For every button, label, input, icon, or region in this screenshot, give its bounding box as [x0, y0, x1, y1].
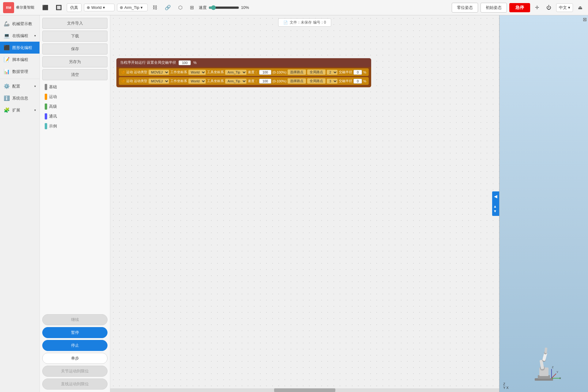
work-coord-select-2[interactable]: World	[188, 79, 206, 84]
visual-icon: ⬛	[4, 45, 10, 51]
init-pose-button[interactable]: 初始姿态	[481, 3, 507, 13]
line-limit-button[interactable]: 直线运动到限位	[42, 379, 107, 390]
cat-label-motion: 运动	[49, 94, 57, 100]
zero-pose-button[interactable]: 零位姿态	[452, 3, 478, 13]
svg-text:Z: Z	[552, 366, 554, 369]
block-header: 当程序开始运行 设置全局交融半径 %	[116, 58, 371, 67]
sidebar-label-data: 数据管理	[12, 69, 28, 74]
canvas-scrollbar[interactable]	[110, 388, 499, 392]
world-coord-arrow: ▾	[103, 5, 105, 10]
arm-tip-label: Arm_Tip	[124, 5, 139, 10]
world-coord-dropdown[interactable]: ⊕ World ▾	[84, 4, 115, 11]
scrollbar-thumb[interactable]	[274, 388, 335, 392]
robot-svg: X Z Y	[526, 331, 562, 386]
arm-tip-dropdown[interactable]: ⊛ Arm_Tip ▾	[117, 4, 148, 11]
logout-icon[interactable]: ⏏	[575, 3, 585, 12]
blend-radius-input-2[interactable]	[353, 79, 362, 84]
nav-icon-2[interactable]: 🔲	[53, 3, 64, 12]
work-coord-select-1[interactable]: World	[188, 70, 206, 75]
category-basic[interactable]: 基础	[42, 82, 107, 92]
cat-dot-basic	[45, 84, 47, 90]
speed-input-2[interactable]	[259, 79, 271, 84]
category-list: 基础 运动 高级 通讯 示例	[42, 82, 107, 310]
speed-area: 速度 10%	[199, 5, 249, 10]
block-header-unit: %	[193, 61, 197, 65]
icon-3[interactable]: ⛓	[150, 4, 160, 12]
saveas-button[interactable]: 另存为	[42, 56, 107, 67]
block-body: ↺ 运动 运动类型 MOVEJ MOVEL 工作坐标系 World 工具坐标系 …	[116, 67, 371, 87]
stop-button[interactable]: 停止	[42, 340, 107, 351]
svg-text:Y: Y	[556, 371, 558, 374]
clear-button[interactable]: 清空	[42, 69, 107, 80]
sidebar-item-script-programming[interactable]: 📝 脚本编程	[0, 54, 40, 66]
edge-arrow-down[interactable]: ▴▾	[492, 201, 499, 216]
cat-dot-motion	[45, 94, 47, 100]
category-advanced[interactable]: 高级	[42, 102, 107, 111]
sidebar-divider-1	[0, 79, 40, 79]
nav-icon-1[interactable]: ⬛	[40, 3, 51, 12]
sidebar-item-config[interactable]: ⚙️ 配置 ▾	[0, 80, 40, 92]
download-button[interactable]: 下载	[42, 31, 107, 42]
middle-panel: 文件导入 下载 保存 另存为 清空 基础 运动 高级 通讯	[40, 15, 110, 392]
save-button[interactable]: 保存	[42, 43, 107, 55]
pause-button[interactable]: 暂停	[42, 327, 107, 338]
emergency-stop-button[interactable]: 急停	[509, 3, 530, 12]
arm-tip-arrow: ▾	[141, 5, 143, 10]
edge-arrow-up[interactable]: ◀	[492, 191, 499, 201]
waypoint-num-select-1[interactable]: 2 1 3	[327, 70, 337, 75]
svg-rect-8	[544, 348, 547, 353]
import-button[interactable]: 文件导入	[42, 18, 107, 29]
sidebar-item-system-info[interactable]: ℹ️ 系统信息	[0, 92, 40, 104]
category-example[interactable]: 示例	[42, 121, 107, 131]
waypoint-num-select-2[interactable]: 3 1 2	[327, 79, 337, 84]
speed-input-1[interactable]	[259, 70, 271, 75]
logo-text: 睿尔曼智能	[16, 5, 34, 9]
tool-coord-select-1[interactable]: Arm_Tip	[225, 70, 247, 75]
tool-coord-select-2[interactable]: Arm_Tip	[225, 79, 247, 84]
extend-icon: 🧩	[4, 107, 10, 113]
speed-value: 10%	[241, 5, 249, 10]
online-icon: 💻	[4, 33, 10, 39]
icon-5[interactable]: ⬡	[176, 3, 185, 12]
sidebar-item-visual-programming[interactable]: ⬛ 图形化编程	[0, 42, 40, 54]
sidebar-label-script: 脚本编程	[12, 57, 28, 62]
global-waypoint-btn-1[interactable]: 全局路点	[307, 70, 326, 75]
block-arrow-1: ↺	[121, 70, 125, 75]
speed-slider[interactable]	[209, 5, 239, 10]
sidebar-label-extend: 扩展	[12, 107, 20, 113]
sidebar-label-visual: 图形化编程	[12, 45, 32, 51]
robot-3d-panel: ⊠	[499, 15, 588, 392]
sidebar-label-config: 配置	[12, 84, 20, 89]
icon-6[interactable]: ⊞	[187, 3, 196, 12]
motion-type-select-1[interactable]: MOVEJ MOVEL	[149, 70, 169, 75]
step-button[interactable]: 单步	[42, 353, 107, 364]
icon-4[interactable]: 🔗	[162, 3, 173, 12]
sidebar-label-online: 在线编程	[12, 33, 28, 39]
language-dropdown[interactable]: 中文 ▾	[556, 3, 573, 12]
coord-icon: ⊕	[87, 5, 90, 10]
sidebar: 🦾 机械臂示教 💻 在线编程 ▾ ⬛ 图形化编程 📝 脚本编程 📊 数据管理 ⚙…	[0, 15, 40, 392]
motion-type-select-2[interactable]: MOVEJ MOVEL	[149, 79, 169, 84]
category-motion[interactable]: 运动	[42, 92, 107, 102]
mode-button[interactable]: 仿真	[67, 3, 81, 12]
sidebar-item-robot-teaching[interactable]: 🦾 机械臂示教	[0, 18, 40, 30]
category-comm[interactable]: 通讯	[42, 111, 107, 121]
sidebar-item-online-programming[interactable]: 💻 在线编程 ▾	[0, 30, 40, 42]
crosshair-icon[interactable]: ✛	[533, 3, 541, 12]
cat-dot-advanced	[45, 104, 47, 110]
world-coord-label: World	[91, 5, 102, 10]
sidebar-item-data-management[interactable]: 📊 数据管理	[0, 66, 40, 77]
global-waypoint-btn-2[interactable]: 全局路点	[307, 78, 326, 84]
blocks-container: 当程序开始运行 设置全局交融半径 % ↺ 运动 运动类型 MOVEJ MOVEL…	[116, 58, 371, 87]
blend-radius-input-1[interactable]	[353, 70, 362, 75]
sidebar-item-extend[interactable]: 🧩 扩展 ▾	[0, 104, 40, 116]
continue-button[interactable]: 继续	[42, 314, 107, 325]
select-waypoint-btn-1[interactable]: 选择路点	[288, 70, 306, 75]
power-icon[interactable]: ⏻	[544, 4, 554, 12]
file-status-label: 文件：未保存 编号：0	[290, 20, 326, 25]
select-waypoint-btn-2[interactable]: 选择路点	[288, 78, 306, 84]
yx-axis-label: Y X	[503, 386, 509, 390]
lang-arrow: ▾	[568, 5, 570, 10]
block-header-value-input[interactable]	[179, 60, 191, 65]
joint-limit-button[interactable]: 关节运动到限位	[42, 366, 107, 377]
